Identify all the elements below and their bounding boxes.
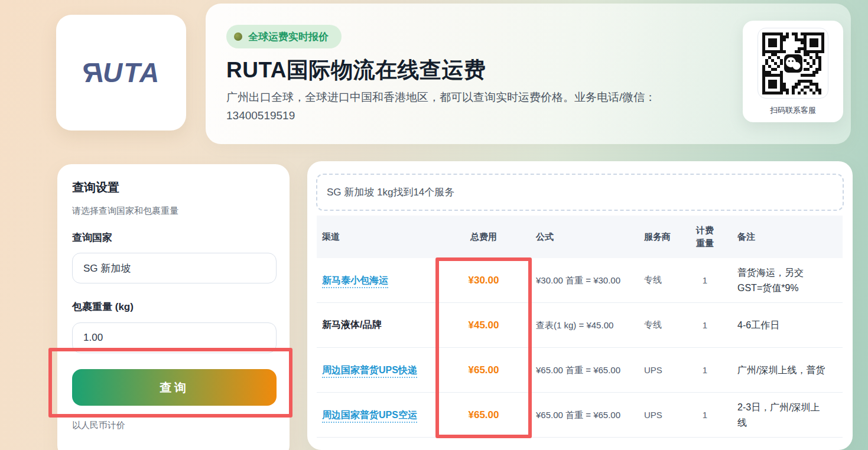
total-cost: ¥45.00 <box>435 319 532 331</box>
realtime-quote-badge: 全球运费实时报价 <box>226 25 342 48</box>
country-label: 查询国家 <box>72 231 112 244</box>
col-header-provider: 服务商 <box>641 231 686 243</box>
provider-cell: 专线 <box>641 275 686 286</box>
page: 全球运费实时报价 RUTA国际物流在线查运费 广州出口全球，全球进口中国和香港地… <box>0 0 868 450</box>
weight-label: 包裹重量 (kg) <box>72 300 134 314</box>
remark-cell: 广州/深圳上线，普货 <box>724 363 843 378</box>
qr-caption: 扫码联系客服 <box>743 105 843 116</box>
provider-cell: 专线 <box>641 319 686 331</box>
formula-cell: ¥30.00 首重 = ¥30.00 <box>532 273 641 288</box>
formula-cell: 查表(1 kg) = ¥45.00 <box>532 318 641 332</box>
status-dot-icon <box>234 32 242 41</box>
logo-letter-r: R <box>82 57 103 89</box>
table-row: 新马液体/品牌 ¥45.00 查表(1 kg) = ¥45.00 专线 1 4-… <box>317 303 843 348</box>
logo-card: RUTA <box>56 15 186 131</box>
total-cost: ¥30.00 <box>435 275 532 286</box>
channel-link[interactable]: 新马泰小包海运 <box>322 275 388 288</box>
currency-note: 以人民币计价 <box>72 420 125 431</box>
remark-cell: 4-6工作日 <box>724 318 843 333</box>
results-panel: SG 新加坡 1kg找到14个服务 渠道 总费用 公式 服务商 计费重量 备注 … <box>307 161 853 450</box>
query-settings-panel: 查询设置 请选择查询国家和包裹重量 查询国家 SG 新加坡 包裹重量 (kg) … <box>57 164 290 450</box>
results-table: 渠道 总费用 公式 服务商 计费重量 备注 新马泰小包海运 ¥30.00 ¥30… <box>317 216 843 438</box>
total-cost: ¥65.00 <box>435 364 532 376</box>
weight-cell: 1 <box>686 365 724 375</box>
col-header-total: 总费用 <box>435 231 532 243</box>
col-header-weight: 计费重量 <box>686 224 724 250</box>
qr-card: 扫码联系客服 <box>743 21 843 122</box>
table-row: 周边国家普货UPS空运 ¥65.00 ¥65.00 首重 = ¥65.00 UP… <box>317 393 843 438</box>
panel-title: 查询设置 <box>72 180 119 195</box>
weight-cell: 1 <box>686 320 724 330</box>
weight-cell: 1 <box>686 275 724 285</box>
country-select[interactable]: SG 新加坡 <box>72 253 277 283</box>
badge-label: 全球运费实时报价 <box>248 30 329 44</box>
channel-link[interactable]: 周边国家普货UPS空运 <box>322 410 417 423</box>
formula-cell: ¥65.00 首重 = ¥65.00 <box>532 408 641 422</box>
weight-input[interactable] <box>72 322 277 353</box>
qr-code-image <box>762 32 824 94</box>
formula-cell: ¥65.00 首重 = ¥65.00 <box>532 363 641 377</box>
logo-letters-uta: UTA <box>103 57 160 88</box>
ruta-logo: RUTA <box>82 57 160 89</box>
page-title: RUTA国际物流在线查运费 <box>226 56 486 85</box>
panel-subtitle: 请选择查询国家和包裹重量 <box>72 206 178 217</box>
col-header-formula: 公式 <box>532 231 641 243</box>
weight-cell: 1 <box>686 410 724 420</box>
remark-cell: 普货海运，另交GST=货值*9% <box>724 265 843 296</box>
provider-cell: UPS <box>641 410 686 420</box>
table-header-row: 渠道 总费用 公式 服务商 计费重量 备注 <box>317 216 843 258</box>
col-header-remark: 备注 <box>724 231 843 243</box>
qr-frame <box>758 28 828 99</box>
remark-cell: 2-3日，广州/深圳上线 <box>724 400 843 431</box>
col-header-channel: 渠道 <box>317 231 435 243</box>
query-button[interactable]: 查询 <box>72 369 277 406</box>
table-row: 新马泰小包海运 ¥30.00 ¥30.00 首重 = ¥30.00 专线 1 普… <box>317 258 843 303</box>
total-cost: ¥65.00 <box>435 409 532 421</box>
channel-text: 新马液体/品牌 <box>322 319 381 330</box>
provider-cell: UPS <box>641 365 686 375</box>
page-description: 广州出口全球，全球进口中国和香港地区，都可以查询实时运费价格。业务电话/微信：1… <box>226 88 693 125</box>
channel-link[interactable]: 周边国家普货UPS快递 <box>322 365 417 378</box>
table-row: 周边国家普货UPS快递 ¥65.00 ¥65.00 首重 = ¥65.00 UP… <box>317 348 843 393</box>
results-summary: SG 新加坡 1kg找到14个服务 <box>316 174 844 211</box>
